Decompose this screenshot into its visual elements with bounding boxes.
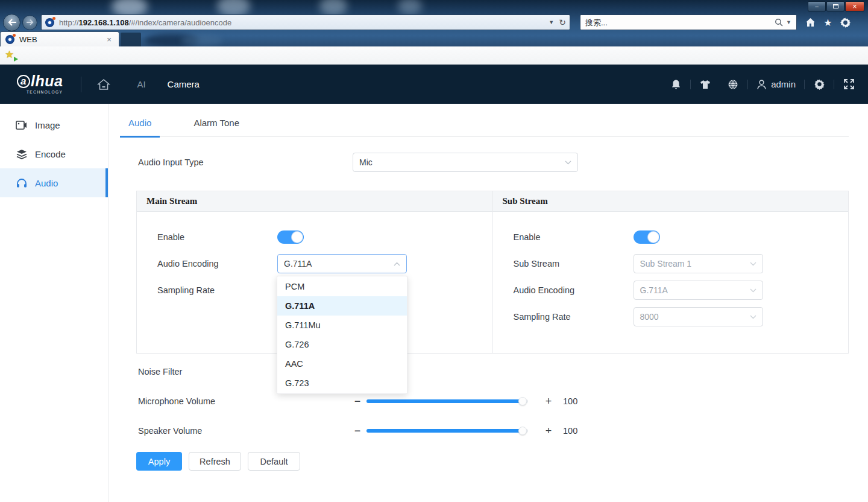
nav-tab-ai[interactable]: AI [137, 79, 167, 89]
address-dropdown-icon[interactable]: ▼ [549, 19, 554, 25]
sampling-rate-label: Sampling Rate [514, 312, 634, 322]
sidebar-item-audio[interactable]: Audio [0, 168, 108, 197]
sub-stream-title: Sub Stream [493, 191, 849, 212]
tab-close-icon[interactable]: × [104, 35, 114, 44]
tab-favicon [5, 35, 14, 44]
enable-label: Enable [157, 232, 277, 242]
chevron-down-icon [750, 315, 756, 319]
dropdown-option-aac[interactable]: AAC [277, 354, 407, 373]
nav-tab-camera[interactable]: Camera [168, 79, 221, 89]
back-button[interactable] [3, 14, 20, 31]
fullscreen-icon[interactable] [843, 78, 855, 91]
speaker-volume-slider[interactable] [366, 429, 528, 433]
new-tab-stub[interactable] [121, 33, 141, 46]
main-stream-panel: Main Stream Enable Audio Encoding G.711A [137, 191, 492, 353]
sub-enable-toggle[interactable] [634, 230, 660, 244]
chevron-down-icon [750, 288, 756, 293]
sub-audio-encoding-select[interactable]: G.711A [634, 281, 763, 300]
notifications-bell-icon[interactable] [670, 78, 682, 91]
settings-gear-icon[interactable] [840, 17, 851, 28]
audio-encoding-dropdown: PCM G.711A G.711Mu G.726 AAC G.723 [277, 276, 407, 394]
noise-filter-row: Noise Filter [136, 358, 849, 385]
site-favicon [45, 18, 54, 27]
main-stream-title: Main Stream [137, 191, 492, 212]
restore-icon [833, 4, 838, 8]
forward-arrow-icon [26, 19, 34, 25]
tab-audio[interactable]: Audio [128, 118, 151, 136]
sub-sampling-rate-row: Sampling Rate 8000 [514, 303, 849, 330]
app-header: alhua TECHNOLOGY AI Camera admin [0, 65, 868, 104]
dahua-logo: alhua TECHNOLOGY [17, 74, 63, 95]
system-settings-gear-icon[interactable] [813, 78, 825, 91]
refresh-button[interactable]: Refresh [189, 452, 241, 471]
volume-decrease-button[interactable]: − [353, 425, 362, 437]
browser-tab[interactable]: WEB × [0, 31, 119, 46]
browser-tab-bar: WEB × [0, 31, 868, 46]
divider [81, 77, 81, 92]
url-text: http://192.168.1.108/#/index/camera/audi… [59, 18, 231, 27]
username: admin [771, 79, 796, 89]
minimize-button[interactable]: – [808, 1, 826, 11]
headphones-icon [16, 177, 27, 189]
audio-input-type-select[interactable]: Mic [353, 153, 578, 172]
sub-stream-label: Sub Stream [514, 259, 634, 268]
user-icon [756, 79, 767, 90]
tab-alarm-tone[interactable]: Alarm Tone [193, 118, 239, 136]
sidebar-item-encode[interactable]: Encode [0, 139, 108, 168]
slider-handle[interactable] [518, 427, 527, 435]
favorites-bar: ★ [0, 46, 868, 65]
restore-button[interactable] [826, 1, 844, 11]
url-path: /#/index/camera/audioencode [129, 18, 232, 27]
sidebar-item-label: Audio [35, 178, 58, 188]
divider [747, 80, 748, 89]
volume-decrease-button[interactable]: − [353, 395, 362, 408]
search-box[interactable]: ▼ [580, 14, 797, 30]
user-account-button[interactable]: admin [756, 79, 796, 90]
main-enable-toggle[interactable] [277, 230, 304, 244]
content-tabs: Audio Alarm Tone [128, 118, 849, 137]
language-globe-icon[interactable] [727, 78, 739, 91]
search-icon[interactable] [775, 18, 783, 27]
content-area: Audio Alarm Tone Audio Input Type Mic Ma… [108, 104, 868, 502]
audio-encoding-label: Audio Encoding [514, 285, 634, 295]
nav-home-button[interactable] [97, 78, 137, 91]
forward-button[interactable] [22, 15, 37, 30]
microphone-volume-row: Microphone Volume − + 100 [136, 388, 849, 415]
dropdown-option-g711a[interactable]: G.711A [277, 296, 407, 316]
microphone-volume-slider[interactable] [366, 399, 528, 403]
sub-stream-panel: Sub Stream Enable Sub Stream Sub Stream … [492, 191, 849, 353]
sub-enable-row: Enable [514, 224, 849, 250]
refresh-icon[interactable]: ↻ [559, 17, 566, 27]
main-audio-encoding-select[interactable]: G.711A [277, 254, 407, 273]
main-audio-encoding-row: Audio Encoding G.711A PCM [157, 250, 492, 277]
add-favorite-icon[interactable]: ★ [5, 50, 17, 61]
search-dropdown-icon[interactable]: ▼ [786, 19, 791, 25]
dropdown-option-g711mu[interactable]: G.711Mu [277, 316, 407, 335]
dropdown-option-g723[interactable]: G.723 [277, 373, 407, 393]
home-icon [97, 78, 110, 91]
dropdown-option-g726[interactable]: G.726 [277, 335, 407, 354]
sidebar-item-label: Image [35, 120, 60, 130]
volume-increase-button[interactable]: + [544, 425, 553, 437]
close-button[interactable]: × [845, 1, 864, 11]
home-icon[interactable] [805, 17, 816, 28]
speaker-volume-label: Speaker Volume [136, 426, 353, 436]
theme-skin-icon[interactable] [699, 78, 711, 91]
sub-stream-select[interactable]: Sub Stream 1 [634, 254, 763, 273]
sidebar: Image Encode Audio [0, 104, 108, 502]
apply-button[interactable]: Apply [136, 452, 182, 471]
url-host: 192.168.1.108 [79, 18, 129, 27]
slider-handle[interactable] [518, 397, 527, 405]
search-input[interactable] [585, 18, 772, 27]
divider [690, 80, 691, 89]
volume-increase-button[interactable]: + [544, 395, 553, 408]
microphone-volume-value: 100 [563, 396, 577, 406]
dropdown-option-pcm[interactable]: PCM [277, 277, 407, 296]
sub-sampling-rate-select[interactable]: 8000 [634, 307, 763, 326]
main-area: Image Encode Audio Audio Alarm Tone Audi… [0, 104, 868, 502]
sidebar-item-image[interactable]: Image [0, 110, 108, 139]
default-button[interactable]: Default [248, 452, 300, 471]
favorites-icon[interactable]: ★ [823, 17, 833, 28]
action-buttons: Apply Refresh Default [136, 452, 849, 471]
address-bar[interactable]: http://192.168.1.108/#/index/camera/audi… [41, 14, 570, 30]
